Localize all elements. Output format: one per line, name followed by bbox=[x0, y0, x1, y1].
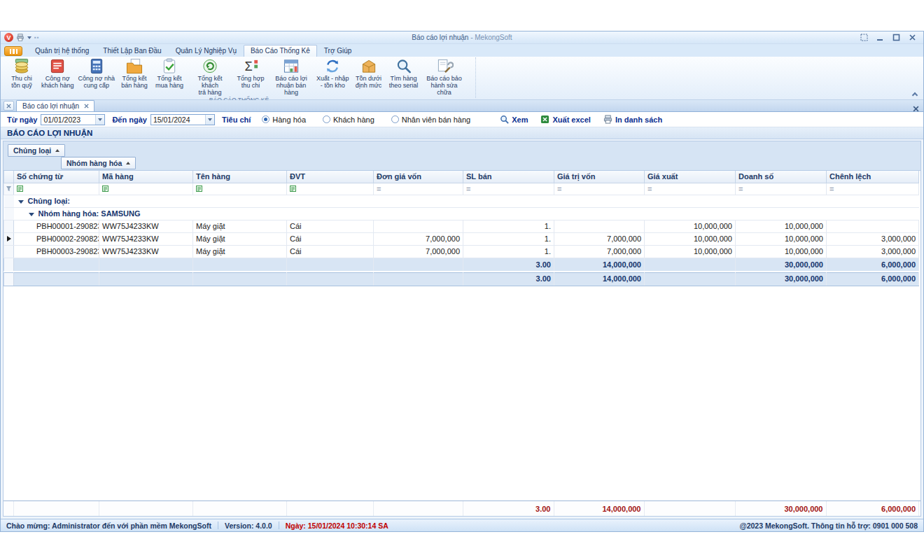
svg-text:Σ: Σ bbox=[245, 59, 253, 74]
group-summary-row: 3.00 14,000,000 30,000,000 6,000,000 bbox=[4, 258, 919, 272]
quick-access-toolbar: V ▪▪ bbox=[1, 33, 40, 42]
col-header-chenh-lech[interactable]: Chênh lệch bbox=[827, 171, 919, 183]
sort-asc-icon bbox=[126, 162, 130, 164]
table-row[interactable]: PBH00003-290823 WW75J4233KW Máy giặt Cái… bbox=[4, 245, 919, 258]
from-date-input[interactable]: 01/01/2023 bbox=[41, 114, 105, 125]
close-document-icon[interactable] bbox=[913, 102, 919, 115]
close-tab-button-left[interactable] bbox=[4, 101, 14, 111]
app-menu-button[interactable] bbox=[4, 46, 22, 56]
col-header-so-chung-tu[interactable]: Số chứng từ bbox=[14, 171, 99, 183]
inventory-icon bbox=[323, 58, 342, 74]
collapse-icon[interactable] bbox=[18, 200, 24, 204]
col-header-doanh-so[interactable]: Doanh số bbox=[736, 171, 827, 183]
radio-dot-icon bbox=[391, 115, 399, 123]
col-header-ten-hang[interactable]: Tên hàng bbox=[193, 171, 287, 183]
col-header-dvt[interactable]: ĐVT bbox=[287, 171, 374, 183]
grand-summary-row: 3.00 14,000,000 30,000,000 6,000,000 bbox=[4, 272, 919, 286]
table-row[interactable]: PBH00001-290823 WW75J4233KW Máy giặt Cái… bbox=[4, 220, 919, 232]
filter-cell-gia-xuat[interactable]: = bbox=[645, 183, 736, 195]
ribbon-item-cong-no-khach-hang[interactable]: Công nợ khách hàng bbox=[39, 58, 76, 89]
data-table: Số chứng từ Mã hàng Tên hàng ĐVT Đơn giá… bbox=[4, 171, 919, 286]
fullscreen-icon[interactable] bbox=[860, 34, 868, 41]
filter-bar: Từ ngày 01/01/2023 Đến ngày 15/01/2024 T… bbox=[1, 112, 923, 127]
filter-cell-ma-hang[interactable] bbox=[99, 183, 193, 195]
quick-print-icon[interactable] bbox=[16, 34, 24, 41]
status-separator bbox=[218, 522, 218, 529]
to-date-dropdown-icon[interactable] bbox=[205, 115, 214, 125]
status-support: @2023 MekongSoft. Thông tin hỗ trợ: 0901… bbox=[739, 522, 918, 530]
tab-quan-ly-nghiep-vu[interactable]: Quản Lý Nghiệp Vụ bbox=[169, 45, 244, 57]
ribbon-item-thu-chi-ton-quy[interactable]: Thu chi tồn quỹ bbox=[4, 58, 39, 89]
filter-cell-chenh-lech[interactable]: = bbox=[827, 183, 919, 195]
ribbon-item-tong-ket-ban-hang[interactable]: Tổng kết bán hàng bbox=[117, 58, 152, 89]
tab-tro-giup[interactable]: Trợ Giúp bbox=[317, 45, 359, 57]
filter-cell-dvt[interactable] bbox=[287, 183, 374, 195]
filter-cell-sl-ban[interactable]: = bbox=[463, 183, 554, 195]
tab-close-icon[interactable] bbox=[84, 104, 89, 108]
radio-khach-hang[interactable]: Khách hàng bbox=[323, 115, 374, 124]
col-header-gia-tri-von[interactable]: Giá trị vốn bbox=[554, 171, 645, 183]
filter-cell-gia-tri-von[interactable]: = bbox=[554, 183, 645, 195]
ribbon-item-tim-hang-theo-serial[interactable]: Tìm hàng theo serial bbox=[386, 58, 421, 89]
group-chip-nhom-hang-hoa[interactable]: Nhóm hàng hóa bbox=[61, 157, 136, 169]
ribbon-item-bao-cao-loi-nhuan-ban-hang[interactable]: Báo cáo lợi nhuận bán hàng bbox=[268, 58, 314, 96]
print-icon bbox=[603, 115, 612, 124]
col-header-gia-xuat[interactable]: Giá xuất bbox=[645, 171, 736, 183]
customer-debt-icon bbox=[48, 58, 66, 74]
supplier-debt-icon bbox=[88, 58, 106, 74]
serial-search-icon bbox=[395, 58, 413, 74]
filter-cell-doanh-so[interactable]: = bbox=[736, 183, 827, 195]
to-date-input[interactable]: 15/01/2024 bbox=[150, 114, 215, 125]
filter-cell-so-chung-tu[interactable] bbox=[14, 183, 99, 195]
export-excel-button[interactable]: Xuất excel bbox=[540, 115, 590, 124]
report-title: BÁO CÁO LỢI NHUẬN bbox=[1, 127, 923, 139]
col-header-sl-ban[interactable]: SL bán bbox=[463, 171, 554, 183]
status-date: Ngày: 15/01/2024 10:30:14 SA bbox=[286, 522, 388, 530]
col-header-don-gia-von[interactable]: Đơn giá vốn bbox=[374, 171, 463, 183]
minimize-icon[interactable] bbox=[876, 34, 884, 41]
tab-bao-cao-thong-ke[interactable]: Báo Cáo Thống Kê bbox=[244, 45, 317, 57]
app-window: V ▪▪ Báo cáo lợi nhuận - MekongSoft Quản… bbox=[0, 31, 924, 532]
to-date-label: Đến ngày bbox=[112, 115, 147, 124]
ribbon-item-cong-no-nha-cung-cap[interactable]: Công nợ nhà cung cấp bbox=[76, 58, 117, 89]
close-icon[interactable] bbox=[909, 34, 916, 41]
qat-separator: ▪▪ bbox=[34, 34, 40, 41]
criteria-label: Tiêu chí bbox=[222, 115, 251, 124]
ribbon-collapse-icon[interactable] bbox=[911, 90, 919, 97]
filter-cell-ten-hang[interactable] bbox=[193, 183, 287, 195]
grid-empty-area bbox=[4, 286, 920, 501]
ribbon-item-tong-hop-thu-chi[interactable]: Σ Tổng hợp thu chi bbox=[233, 58, 268, 89]
ribbon-item-bao-cao-bao-hanh-sua-chua[interactable]: Báo cáo bảo hành sửa chữa bbox=[421, 58, 468, 96]
report-grid: Chủng loại Nhóm hàng hóa Số chứng từ Mã … bbox=[3, 141, 921, 517]
document-tab-strip: Báo cáo lợi nhuận bbox=[1, 100, 923, 112]
col-header-ma-hang[interactable]: Mã hàng bbox=[99, 171, 193, 183]
tab-bao-cao-loi-nhuan-document[interactable]: Báo cáo lợi nhuận bbox=[16, 100, 94, 111]
print-list-button[interactable]: In danh sách bbox=[603, 115, 662, 124]
radio-dot-icon bbox=[262, 115, 270, 123]
collapse-icon[interactable] bbox=[29, 213, 34, 216]
ribbon-item-tong-ket-mua-hang[interactable]: Tổng kết mua hàng bbox=[152, 58, 187, 89]
tab-quan-tri-he-thong[interactable]: Quản trị hệ thống bbox=[28, 45, 96, 57]
qat-dropdown-icon[interactable] bbox=[27, 36, 31, 39]
maximize-icon[interactable] bbox=[892, 34, 900, 41]
ribbon-item-tong-ket-khach-tra-hang[interactable]: Tổng kết khách trả hàng bbox=[187, 58, 233, 96]
radio-nhan-vien-ban-hang[interactable]: Nhân viên bán hàng bbox=[391, 115, 470, 124]
group-row-chung-loai[interactable]: Chủng loại: bbox=[4, 195, 919, 207]
profit-report-icon bbox=[282, 58, 300, 74]
view-button[interactable]: Xem bbox=[500, 115, 528, 124]
radio-hang-hoa[interactable]: Hàng hóa bbox=[262, 115, 306, 124]
group-row-nhom-hang-hoa[interactable]: Nhóm hàng hóa: SAMSUNG bbox=[4, 207, 919, 220]
group-by-panel[interactable]: Chủng loại Nhóm hàng hóa bbox=[4, 141, 920, 171]
grid-footer-totals: 3.00 14,000,000 30,000,000 6,000,000 bbox=[4, 500, 920, 516]
ribbon-item-ton-duoi-dinh-muc[interactable]: Tồn dưới định mức bbox=[351, 58, 386, 89]
from-date-dropdown-icon[interactable] bbox=[95, 115, 104, 125]
group-chip-chung-loai[interactable]: Chủng loại bbox=[8, 144, 65, 157]
table-row[interactable]: PBH00002-290823 WW75J4233KW Máy giặt Cái… bbox=[4, 232, 919, 245]
footer-total-margin: 6,000,000 bbox=[826, 501, 919, 516]
ribbon-item-xuat-nhap-ton-kho[interactable]: Xuất - nhập - tồn kho bbox=[314, 58, 351, 89]
app-logo-icon[interactable]: V bbox=[4, 33, 13, 42]
footer-total-qty: 3.00 bbox=[463, 501, 554, 516]
tab-thiet-lap-ban-dau[interactable]: Thiết Lập Ban Đầu bbox=[96, 45, 168, 57]
sigma-icon: Σ bbox=[241, 58, 260, 74]
filter-cell-don-gia-von[interactable]: = bbox=[374, 183, 463, 195]
